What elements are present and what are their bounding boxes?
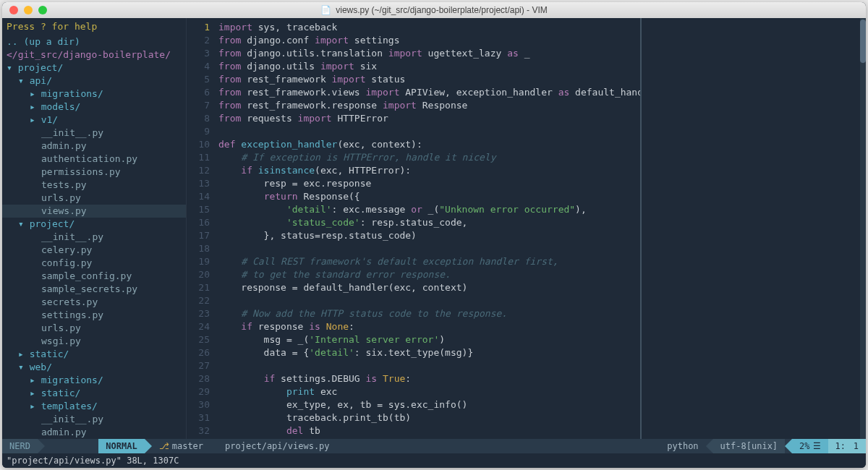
chevron-right-icon	[38, 439, 45, 453]
code-line[interactable]: from django.utils.translation import uge…	[218, 47, 637, 60]
titlebar: 📄 views.py (~/git_src/django-boilerplate…	[2, 2, 866, 18]
code-line[interactable]: import sys, traceback	[218, 21, 637, 34]
tree-item[interactable]: __init__.py	[2, 127, 186, 140]
code-line[interactable]: if settings.DEBUG is True:	[218, 372, 637, 385]
code-line[interactable]: # Call REST framework's default exceptio…	[218, 255, 637, 268]
code-line[interactable]: from rest_framework import status	[218, 73, 637, 86]
chevron-left-icon	[706, 439, 713, 453]
tree-item[interactable]: ▸ templates/	[2, 400, 186, 413]
tree-item[interactable]: ▾ project/	[2, 61, 186, 74]
zoom-icon[interactable]	[38, 6, 47, 14]
tree-item[interactable]: secrets.py	[2, 296, 186, 309]
code-line[interactable]: return Response({	[218, 190, 637, 203]
tree-item[interactable]: permissions.py	[2, 166, 186, 179]
align-icon: ☰	[810, 441, 821, 451]
chevron-left-icon	[785, 439, 792, 453]
code-line[interactable]: from django.utils import six	[218, 60, 637, 73]
minimize-icon[interactable]	[24, 6, 33, 14]
code-line[interactable]: ex_type, ex, tb = sys.exc_info()	[218, 398, 637, 411]
tree-item[interactable]: ▸ static/	[2, 387, 186, 400]
code-line[interactable]	[218, 125, 637, 138]
code-pane[interactable]: 1234567891011121314151617181920212223242…	[187, 18, 640, 439]
code-line[interactable]: }, status=resp.status_code)	[218, 229, 637, 242]
status-filetype: python	[660, 439, 705, 453]
code-line[interactable]: # Now add the HTTP status code to the re…	[218, 307, 637, 320]
chevron-right-icon	[145, 439, 152, 453]
status-branch: ⎇ master	[152, 439, 210, 453]
tree-item[interactable]: celery.py	[2, 244, 186, 257]
code-line[interactable]: from django.conf import settings	[218, 34, 637, 47]
code-line[interactable]: from requests import HTTPError	[218, 112, 637, 125]
status-nerd: NERD	[2, 439, 38, 453]
tree-item[interactable]: views.py	[2, 205, 186, 218]
nerdtree-help: Press ? for help	[2, 18, 186, 35]
code-line[interactable]: if response is None:	[218, 320, 637, 333]
tree-item[interactable]: ▸ models/	[2, 101, 186, 114]
tree-item[interactable]: tests.py	[2, 179, 186, 192]
tree-item[interactable]: ▸ v1/	[2, 114, 186, 127]
code-line[interactable]: response = default_handler(exc, context)	[218, 281, 637, 294]
tree-item[interactable]: ▾ project/	[2, 218, 186, 231]
close-icon[interactable]	[9, 6, 18, 14]
document-icon: 📄	[320, 5, 331, 15]
code-line[interactable]: def exception_handler(exc, context):	[218, 138, 637, 151]
status-bar: NERD NORMAL ⎇ master project/api/views.p…	[2, 439, 866, 453]
tree-item[interactable]: admin.py	[2, 140, 186, 153]
code-line[interactable]	[218, 359, 637, 372]
nerdtree-up[interactable]: .. (up a dir)	[2, 35, 186, 48]
code-line[interactable]: 'status_code': resp.status_code,	[218, 216, 637, 229]
status-percent: 2% ☰	[792, 439, 827, 453]
tree-item[interactable]: urls.py	[2, 192, 186, 205]
right-split[interactable]	[640, 18, 866, 439]
tree-item[interactable]: authentication.py	[2, 153, 186, 166]
tree-item[interactable]: urls.py	[2, 322, 186, 335]
tree-item[interactable]: settings.py	[2, 309, 186, 322]
code-line[interactable]: # to get the standard error response.	[218, 268, 637, 281]
window: 📄 views.py (~/git_src/django-boilerplate…	[2, 2, 866, 468]
code-line[interactable]: print exc	[218, 385, 637, 398]
scrollbar[interactable]	[860, 18, 866, 439]
code-line[interactable]: if isinstance(exc, HTTPError):	[218, 164, 637, 177]
code-line[interactable]: msg = _('Internal server error')	[218, 333, 637, 346]
code-area[interactable]: import sys, tracebackfrom django.conf im…	[216, 18, 640, 439]
gutter: 1234567891011121314151617181920212223242…	[187, 18, 216, 439]
status-line-col: 1:1	[828, 439, 866, 453]
status-filepath: project/api/views.py	[218, 439, 337, 453]
status-encoding: utf-8[unix]	[713, 439, 785, 453]
branch-icon: ⎇	[159, 441, 172, 451]
code-line[interactable]: traceback.print_tb(tb)	[218, 411, 637, 424]
tree-item[interactable]: ▾ api/	[2, 74, 186, 87]
nerdtree-root[interactable]: </git_src/django-boilerplate/	[2, 48, 186, 61]
tree-item[interactable]: admin.py	[2, 426, 186, 439]
tree-item[interactable]: config.py	[2, 257, 186, 270]
code-line[interactable]: data = {'detail': six.text_type(msg)}	[218, 346, 637, 359]
code-line[interactable]: del tb	[218, 424, 637, 437]
tree-item[interactable]: ▾ web/	[2, 361, 186, 374]
status-mode: NORMAL	[98, 439, 144, 453]
code-line[interactable]: resp = exc.response	[218, 177, 637, 190]
chevron-right-icon	[210, 439, 218, 453]
tree-item[interactable]: ▸ migrations/	[2, 374, 186, 387]
code-line[interactable]: 'detail': exc.message or _("Unknown erro…	[218, 203, 637, 216]
code-line[interactable]: from rest_framework.response import Resp…	[218, 99, 637, 112]
code-line[interactable]	[218, 294, 637, 307]
tree-item[interactable]: wsgi.py	[2, 335, 186, 348]
tree-item[interactable]: ▸ migrations/	[2, 87, 186, 101]
tree-item[interactable]: sample_config.py	[2, 270, 186, 283]
code-line[interactable]	[218, 242, 637, 255]
window-title: views.py (~/git_src/django-boilerplate/p…	[336, 5, 547, 15]
command-line[interactable]: "project/api/views.py" 38L, 1307C	[2, 453, 866, 468]
code-line[interactable]: from rest_framework.views import APIView…	[218, 86, 637, 99]
editor-main: Press ? for help .. (up a dir) </git_src…	[2, 18, 866, 439]
tree-item[interactable]: sample_secrets.py	[2, 283, 186, 296]
code-line[interactable]: # If exception is HTTPError, handle it n…	[218, 151, 637, 164]
tree-item[interactable]: __init__.py	[2, 413, 186, 426]
tree-item[interactable]: ▸ static/	[2, 348, 186, 361]
tree-item[interactable]: __init__.py	[2, 231, 186, 244]
nerdtree-panel[interactable]: Press ? for help .. (up a dir) </git_src…	[2, 18, 187, 439]
